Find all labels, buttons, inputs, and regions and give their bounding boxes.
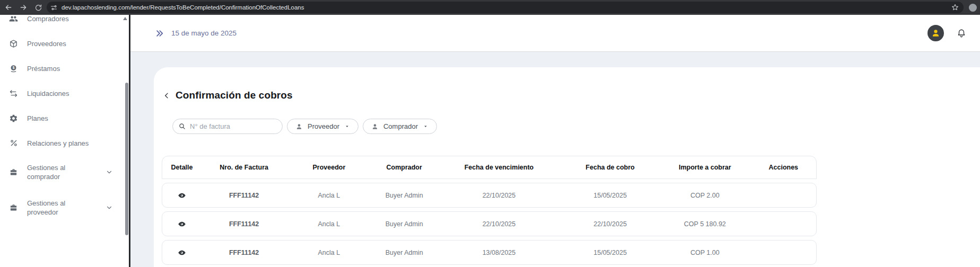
column-header: Fecha de vencimiento: [437, 164, 561, 171]
sidebar-nav: Compradores Proveedores $ Préstamos Liqu…: [0, 15, 129, 217]
sidebar-collapse-button[interactable]: [155, 29, 164, 38]
collection-date: 15/05/2025: [561, 249, 659, 256]
due-date: 22/10/2025: [437, 220, 561, 228]
back-button[interactable]: [163, 92, 171, 100]
notifications-button[interactable]: [957, 29, 966, 38]
person-icon: [371, 123, 379, 130]
sidebar-scrollbar[interactable]: [125, 83, 128, 235]
sidebar-item-prestamos[interactable]: $ Préstamos: [9, 63, 129, 74]
app-window: Compradores Proveedores $ Préstamos Liqu…: [0, 15, 980, 267]
sidebar-item-compradores[interactable]: Compradores: [9, 15, 129, 24]
bookmark-star-icon[interactable]: [951, 3, 959, 12]
view-detail-button[interactable]: [178, 220, 186, 228]
collections-table: Detalle Nro. de Factura Proveedor Compra…: [162, 156, 817, 265]
browser-profile-icon[interactable]: [969, 4, 977, 12]
forward-arrow-icon: [19, 3, 28, 12]
caret-down-icon: [344, 123, 350, 129]
eye-icon: [178, 191, 186, 200]
back-arrow-icon: [4, 3, 13, 12]
sidebar-item-label: Liquidaciones: [27, 89, 69, 98]
buyer-name: Buyer Admin: [372, 220, 437, 228]
svg-text:$: $: [13, 66, 15, 70]
buyer-name: Buyer Admin: [372, 249, 437, 256]
double-chevron-right-icon: [155, 29, 164, 38]
header-date: 15 de mayo de 2025: [171, 29, 237, 37]
sidebar-item-label: Gestiones al comprador: [27, 163, 71, 181]
search-icon: [178, 122, 186, 130]
table-row: FFF11142 Ancla L Buyer Admin 13/08/2025 …: [162, 240, 817, 265]
column-header: Proveedor: [286, 164, 371, 171]
url-text: dev.lapachoslending.com/lender/RequestsT…: [62, 4, 947, 11]
search-input[interactable]: [190, 122, 277, 130]
column-header: Detalle: [162, 164, 202, 171]
invoice-number: FFF11142: [202, 192, 286, 199]
content-area: Confirmación de cobros Proveedor: [130, 52, 980, 267]
briefcase-icon: [9, 203, 18, 212]
comprador-filter-dropdown[interactable]: Comprador: [363, 119, 437, 134]
browser-reload-button[interactable]: [32, 1, 45, 14]
view-detail-button[interactable]: [178, 248, 186, 257]
header-actions: [928, 25, 966, 41]
browser-back-button[interactable]: [2, 1, 15, 14]
people-icon: [9, 15, 18, 23]
sidebar-item-planes[interactable]: Planes: [9, 113, 129, 123]
column-header: Comprador: [372, 164, 437, 171]
due-date: 22/10/2025: [437, 192, 561, 199]
column-header: Nro. de Factura: [202, 164, 286, 171]
table-row: FFF11142 Ancla L Buyer Admin 22/10/2025 …: [162, 211, 817, 236]
invoice-number: FFF11142: [202, 220, 286, 228]
dropdown-label: Proveedor: [308, 122, 339, 130]
sidebar-item-proveedores[interactable]: Proveedores: [9, 38, 129, 49]
caret-down-icon: [423, 123, 428, 129]
filter-bar: Proveedor Comprador: [172, 119, 980, 134]
amount: COP 5 180.92: [659, 220, 751, 228]
amount: COP 1.00: [659, 249, 751, 256]
briefcase-icon: [9, 168, 18, 177]
invoice-search-field: [172, 119, 283, 134]
sidebar-item-label: Proveedores: [27, 39, 66, 48]
user-avatar-button[interactable]: [928, 25, 944, 41]
collection-date: 22/10/2025: [561, 220, 659, 228]
address-bar[interactable]: dev.lapachoslending.com/lender/RequestsT…: [47, 2, 964, 13]
column-header: Fecha de cobro: [561, 164, 659, 171]
sidebar-item-gestiones-al-comprador[interactable]: Gestiones al comprador: [9, 163, 129, 182]
chevron-down-icon: [106, 168, 113, 176]
sidebar: Compradores Proveedores $ Préstamos Liqu…: [0, 15, 129, 267]
coin-icon: $: [9, 64, 18, 73]
sidebar-item-relaciones-y-planes[interactable]: Relaciones y planes: [9, 138, 129, 148]
title-row: Confirmación de cobros: [163, 90, 980, 101]
sidebar-item-label: Relaciones y planes: [27, 139, 89, 148]
provider-name: Ancla L: [286, 249, 371, 256]
swap-arrows-icon: [9, 89, 18, 98]
sidebar-item-label: Préstamos: [27, 64, 60, 73]
collection-date: 15/05/2025: [561, 192, 659, 199]
due-date: 13/08/2025: [437, 249, 561, 256]
provider-name: Ancla L: [286, 192, 371, 199]
page-header: 15 de mayo de 2025: [130, 15, 980, 52]
reload-icon: [34, 4, 42, 12]
site-settings-icon[interactable]: [50, 4, 58, 12]
amount: COP 2.00: [659, 192, 751, 199]
browser-toolbar: dev.lapachoslending.com/lender/RequestsT…: [0, 0, 980, 15]
invoice-number: FFF11142: [202, 249, 286, 256]
content-card: Confirmación de cobros Proveedor: [154, 67, 980, 267]
sidebar-item-label: Planes: [27, 114, 48, 123]
dropdown-label: Comprador: [383, 122, 418, 130]
bell-icon: [957, 29, 966, 38]
person-icon: [295, 123, 303, 130]
column-header: Acciones: [751, 164, 816, 171]
browser-forward-button[interactable]: [17, 1, 30, 14]
view-detail-button[interactable]: [178, 191, 186, 200]
proveedor-filter-dropdown[interactable]: Proveedor: [287, 119, 358, 134]
scrollbar-up-arrow[interactable]: [123, 17, 127, 20]
chevron-down-icon: [106, 204, 113, 211]
provider-name: Ancla L: [286, 220, 371, 228]
sidebar-item-gestiones-al-proveedor[interactable]: Gestiones al proveedor: [9, 198, 129, 217]
box-icon: [9, 39, 18, 48]
sidebar-item-liquidaciones[interactable]: Liquidaciones: [9, 88, 129, 99]
person-icon: [931, 28, 941, 38]
eye-icon: [178, 220, 186, 228]
sidebar-item-label: Gestiones al proveedor: [27, 199, 71, 217]
column-header: Importe a cobrar: [659, 164, 751, 171]
eye-icon: [178, 248, 186, 257]
